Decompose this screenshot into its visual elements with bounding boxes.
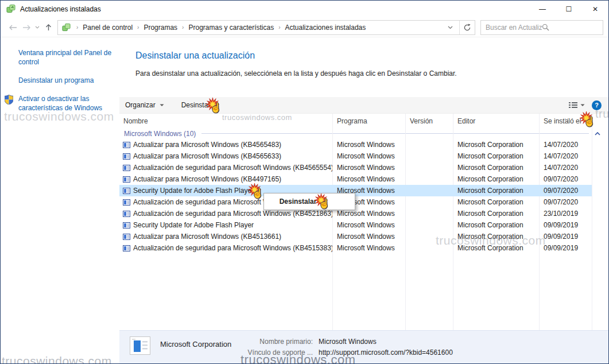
program-cell: Microsoft Windows <box>332 152 405 160</box>
installed-on-cell: 23/10/2019 <box>539 210 592 218</box>
update-icon <box>123 234 130 240</box>
sidebar: Ventana principal del Panel de control D… <box>1 37 119 363</box>
address-updates-icon <box>62 23 71 32</box>
table-row[interactable]: Actualización de seguridad para Microsof… <box>119 162 592 173</box>
titlebar: Actualizaciones instaladas — ☐ ✕ <box>1 1 608 18</box>
breadcrumb-separator: › <box>133 24 143 30</box>
details-primary-value: Microsoft Windows <box>319 338 453 346</box>
context-menu-uninstall[interactable]: Desinstalar <box>263 193 355 210</box>
uninstall-button[interactable]: Desinstalar <box>181 101 216 109</box>
table-row[interactable]: Actualizar para Microsoft Windows (KB449… <box>119 173 592 185</box>
update-name-cell: Actualización de seguridad para Microsof… <box>119 164 332 172</box>
publisher-cell: Microsoft Corporation <box>453 187 539 195</box>
table-row[interactable]: Actualización de seguridad para Microsof… <box>119 242 592 254</box>
table-rows: Actualizar para Microsoft Windows (KB456… <box>119 139 608 254</box>
up-icon[interactable] <box>41 21 55 34</box>
app-updates-icon <box>6 4 15 15</box>
change-view-button[interactable] <box>569 102 585 109</box>
publisher-cell: Microsoft Corporation <box>453 244 539 252</box>
update-icon <box>123 142 130 148</box>
update-large-icon <box>130 336 150 357</box>
search-input[interactable]: Buscar en Actualizaciones inst... <box>480 20 603 35</box>
update-icon <box>123 188 130 194</box>
update-icon <box>123 199 130 206</box>
column-divider[interactable] <box>592 114 592 330</box>
minimize-button[interactable]: — <box>529 1 556 18</box>
sidebar-item-windows-features[interactable]: Activar o desactivar las características… <box>18 94 113 113</box>
publisher-cell: Microsoft Corporation <box>453 221 539 229</box>
update-name-cell: Actualización de seguridad para Microsof… <box>119 244 332 252</box>
details-support-label: Vínculo de soporte ... <box>245 348 313 357</box>
breadcrumb-separator: › <box>72 24 83 30</box>
table-row[interactable]: Actualizar para Microsoft Windows (KB451… <box>119 231 592 242</box>
installed-on-cell: 09/07/2020 <box>539 198 592 206</box>
program-cell: Microsoft Windows <box>332 233 405 241</box>
breadcrumb: Panel de control›Programas›Programas y c… <box>83 24 366 32</box>
update-name-cell: Actualizar para Microsoft Windows (KB451… <box>119 233 332 241</box>
table-row[interactable]: Security Update for Adobe Flash PlayerMi… <box>119 219 592 231</box>
publisher-cell: Microsoft Corporation <box>453 152 539 160</box>
maximize-button[interactable]: ☐ <box>556 1 582 18</box>
installed-on-cell: 14/07/2020 <box>539 164 592 172</box>
breadcrumb-separator: › <box>177 24 188 30</box>
search-icon <box>542 24 598 31</box>
organize-button[interactable]: Organizar <box>125 101 164 109</box>
help-button[interactable]: ? <box>592 100 602 110</box>
command-bar: Organizar Desinstalar ? <box>119 97 608 114</box>
search-placeholder: Buscar en Actualizaciones inst... <box>486 24 542 32</box>
program-cell: Microsoft Windows <box>332 221 405 229</box>
address-bar[interactable]: › Panel de control›Programas›Programas y… <box>57 20 475 35</box>
table-row[interactable]: Actualizar para Microsoft Windows (KB456… <box>119 139 592 150</box>
details-publisher: Microsoft Corporation <box>160 340 245 348</box>
back-icon[interactable] <box>6 21 20 34</box>
breadcrumb-item[interactable]: Programas y características <box>188 24 274 32</box>
table-row[interactable]: Actualización de seguridad para Microsof… <box>119 196 592 208</box>
breadcrumb-item[interactable]: Programas <box>143 24 177 32</box>
organize-label: Organizar <box>125 101 156 109</box>
update-name-cell: Actualizar para Microsoft Windows (KB456… <box>119 152 332 160</box>
chevron-down-icon <box>160 104 164 107</box>
updates-list: Nombre Programa Versión Editor Se instal… <box>119 114 608 330</box>
column-header-program[interactable]: Programa <box>332 117 405 125</box>
breadcrumb-item[interactable]: Panel de control <box>83 24 133 32</box>
details-primary-label: Nombre primario: <box>245 338 313 346</box>
main-panel: Desinstalar una actualización Para desin… <box>119 37 608 363</box>
update-name-cell: Security Update for Adobe Flash Player <box>119 221 332 229</box>
column-header-name[interactable]: Nombre <box>119 117 332 125</box>
page-title: Desinstalar una actualización <box>135 51 608 61</box>
table-row[interactable]: Actualización de seguridad para Microsof… <box>119 208 592 219</box>
breadcrumb-separator: › <box>274 24 285 30</box>
update-icon <box>123 176 130 183</box>
details-support-link[interactable]: http://support.microsoft.com/?kbid=45616… <box>319 348 453 357</box>
address-dropdown-chevron-icon[interactable] <box>445 26 455 29</box>
program-cell: Microsoft Windows <box>332 164 405 172</box>
table-row[interactable]: Actualizar para Microsoft Windows (KB456… <box>119 150 592 162</box>
sidebar-item-label: Desinstalar un programa <box>18 76 94 84</box>
sidebar-item-label: Ventana principal del Panel de control <box>18 49 111 66</box>
publisher-cell: Microsoft Corporation <box>453 198 539 206</box>
sidebar-item-control-panel-home[interactable]: Ventana principal del Panel de control <box>18 48 113 67</box>
update-icon <box>123 165 130 171</box>
close-button[interactable]: ✕ <box>582 1 608 18</box>
program-cell: Microsoft Windows <box>332 175 405 183</box>
window: Actualizaciones instaladas — ☐ ✕ <box>0 0 609 364</box>
chevron-down-icon <box>580 104 585 107</box>
window-title: Actualizaciones instaladas <box>20 5 101 13</box>
column-header-version[interactable]: Versión <box>405 117 453 125</box>
update-name-cell: Actualización de seguridad para Microsof… <box>119 210 332 218</box>
uninstall-label: Desinstalar <box>181 101 216 109</box>
publisher-cell: Microsoft Corporation <box>453 233 539 241</box>
recent-pages-chevron-icon[interactable] <box>33 21 41 34</box>
forward-icon[interactable] <box>20 21 33 34</box>
sidebar-item-uninstall-program[interactable]: Desinstalar un programa <box>18 76 113 85</box>
installed-on-cell: 09/09/2019 <box>539 221 592 229</box>
collapse-group-icon[interactable] <box>595 132 600 135</box>
publisher-cell: Microsoft Corporation <box>453 175 539 183</box>
breadcrumb-item[interactable]: Actualizaciones instaladas <box>285 24 366 32</box>
view-list-icon <box>569 102 577 109</box>
refresh-icon[interactable] <box>459 21 475 34</box>
table-row[interactable]: Security Update for Adobe Flash PlayerMi… <box>119 185 592 196</box>
update-name-cell: Actualizar para Microsoft Windows (KB449… <box>119 175 332 183</box>
column-header-publisher[interactable]: Editor <box>453 117 539 125</box>
group-label[interactable]: Microsoft Windows (10) <box>124 130 196 138</box>
